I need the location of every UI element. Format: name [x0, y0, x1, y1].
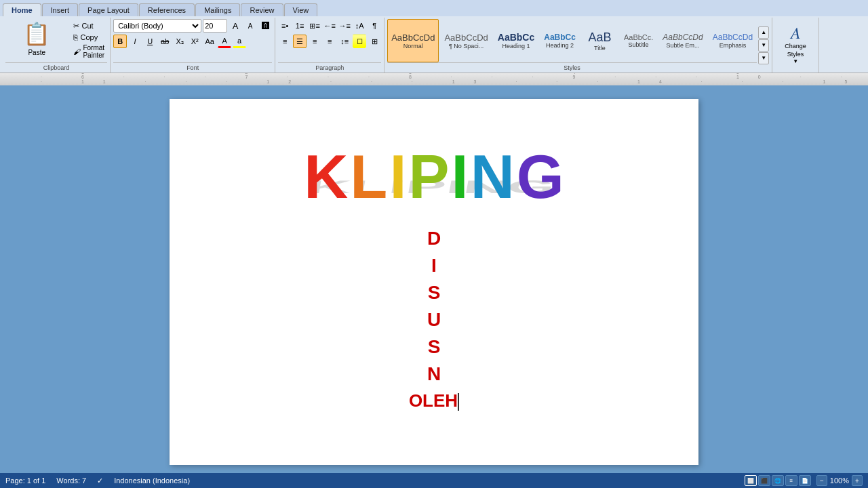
styles-expand[interactable]: ▼ [758, 52, 769, 64]
style-subtle-em[interactable]: AaBbCcDd Subtle Em... [658, 19, 707, 62]
decrease-indent-button[interactable]: ←≡ [323, 19, 336, 33]
draft-view-button[interactable]: 📄 [799, 475, 811, 486]
numbering-button[interactable]: 1≡ [293, 19, 307, 33]
painter-icon: 🖌 [73, 47, 81, 56]
tab-mailings[interactable]: Mailings [195, 3, 240, 16]
paste-icon: 📋 [23, 21, 50, 47]
spelling-icon-area[interactable]: ✓ [97, 476, 103, 485]
increase-indent-button[interactable]: →≡ [338, 19, 351, 33]
strikethrough-button[interactable]: ab [158, 35, 172, 48]
ribbon: 📋 Paste ✂ Cut ⎘ Copy 🖌 Format Painter C [0, 16, 868, 73]
text-cursor [458, 393, 459, 411]
page: KLIPING K L I P I N G D I S U S N OLEH [170, 99, 698, 465]
word-count: Words: 7 [56, 476, 86, 485]
font-family-select[interactable]: Calibri (Body) [113, 19, 201, 33]
paragraph-label: Paragraph [278, 62, 381, 71]
style-heading1[interactable]: AaBbCc Heading 1 [494, 19, 538, 62]
line-spacing-button[interactable]: ↕≡ [338, 35, 351, 48]
increase-font-button[interactable]: A [229, 19, 242, 33]
clipboard-label: Clipboard [5, 62, 107, 71]
zoom-in-button[interactable]: + [852, 475, 863, 486]
font-color-button[interactable]: A [218, 35, 231, 48]
style-nospacing-preview: AaBbCcDd [444, 33, 488, 43]
subscript-button[interactable]: X₂ [173, 35, 186, 48]
kliping-p: P [408, 146, 449, 207]
status-right: ⬜ ⬛ 🌐 ≡ 📄 − 100% + [745, 475, 863, 486]
justify-button[interactable]: ≡ [323, 35, 336, 48]
kliping-g: G [517, 146, 564, 207]
style-normal-preview: AaBbCcDd [391, 33, 435, 43]
show-hide-button[interactable]: ¶ [368, 19, 381, 33]
zoom-level: 100% [830, 476, 849, 485]
status-bar: Page: 1 of 1 Words: 7 ✓ Indonesian (Indo… [0, 473, 868, 488]
decrease-font-button[interactable]: A [243, 19, 257, 33]
web-layout-view-button[interactable]: 🌐 [772, 475, 784, 486]
tab-view[interactable]: View [284, 3, 318, 16]
tab-review[interactable]: Review [241, 3, 283, 16]
style-subtitle-label: Subtitle [629, 41, 649, 48]
underline-button[interactable]: U [143, 35, 157, 48]
tab-page-layout[interactable]: Page Layout [79, 3, 138, 16]
styles-scroll-up[interactable]: ▲ [758, 26, 769, 39]
vert-s2: S [428, 336, 441, 358]
superscript-button[interactable]: X² [188, 35, 201, 48]
outline-view-button[interactable]: ≡ [785, 475, 797, 486]
style-subtitle-preview: AaBbCc. [624, 33, 653, 41]
style-normal[interactable]: AaBbCcDd Normal [387, 19, 439, 62]
style-heading2[interactable]: AaBbCc Heading 2 [540, 19, 580, 62]
page-info: Page: 1 of 1 [5, 476, 45, 485]
italic-button[interactable]: I [128, 35, 142, 48]
kliping-i2: I [452, 146, 469, 207]
multilevel-button[interactable]: ⊞≡ [308, 19, 321, 33]
kliping-heading: KLIPING K L I P I N G [304, 146, 564, 207]
highlight-color-button[interactable]: a [233, 35, 246, 48]
format-painter-button[interactable]: 🖌 Format Painter [71, 43, 107, 60]
align-center-button[interactable]: ☰ [293, 35, 307, 48]
bullets-button[interactable]: ≡• [278, 19, 292, 33]
change-styles-dropdown-icon: ▼ [793, 58, 798, 64]
tab-references[interactable]: References [139, 3, 195, 16]
paste-label: Paste [28, 49, 45, 56]
kliping-main: K L I P I N G [304, 146, 564, 207]
copy-button[interactable]: ⎘ Copy [71, 33, 107, 42]
style-title[interactable]: AaB Title [581, 19, 618, 62]
change-case-button[interactable]: Aa [203, 35, 216, 48]
style-no-spacing[interactable]: AaBbCcDd ¶ No Spaci... [440, 19, 492, 62]
sort-button[interactable]: ↕A [353, 19, 366, 33]
tab-insert[interactable]: Insert [42, 3, 79, 16]
borders-button[interactable]: ⊞ [368, 35, 381, 48]
styles-scroll-down[interactable]: ▼ [758, 39, 769, 52]
style-emphasis-label: Emphasis [719, 42, 747, 49]
print-layout-view-button[interactable]: ⬜ [745, 475, 757, 486]
style-heading2-preview: AaBbCc [544, 33, 576, 42]
vert-d: D [427, 228, 441, 249]
change-styles-label: ChangeStyles [785, 43, 806, 58]
change-styles-button[interactable]: 𝐴 ChangeStyles ▼ [778, 20, 813, 68]
tab-home[interactable]: Home [3, 3, 41, 16]
cut-button[interactable]: ✂ Cut [71, 21, 107, 31]
full-screen-view-button[interactable]: ⬛ [758, 475, 770, 486]
font-label: Font [113, 62, 272, 71]
style-normal-label: Normal [403, 43, 423, 49]
kliping-n: N [471, 146, 515, 207]
zoom-controls: − 100% + [816, 475, 863, 486]
kliping-i1: I [389, 146, 406, 207]
shading-button[interactable]: ◻ [353, 35, 366, 48]
bold-button[interactable]: B [113, 35, 127, 48]
view-buttons: ⬜ ⬛ 🌐 ≡ 📄 [745, 475, 811, 486]
style-emphasis[interactable]: AaBbCcDd Emphasis [709, 19, 757, 62]
vert-n: N [427, 363, 441, 385]
zoom-out-button[interactable]: − [816, 475, 827, 486]
language-info[interactable]: Indonesian (Indonesia) [114, 476, 190, 485]
paste-button[interactable]: 📋 Paste [5, 19, 68, 61]
style-heading1-preview: AaBbCc [498, 32, 534, 43]
vert-i: I [431, 255, 437, 277]
align-right-button[interactable]: ≡ [308, 35, 321, 48]
font-size-input[interactable] [203, 19, 227, 33]
style-subtitle[interactable]: AaBbCc. Subtitle [620, 19, 657, 62]
spelling-icon: ✓ [97, 476, 103, 485]
clipboard-group: 📋 Paste ✂ Cut ⎘ Copy 🖌 Format Painter C [3, 18, 111, 73]
align-left-button[interactable]: ≡ [278, 35, 292, 48]
clear-format-button[interactable]: 🅰 [258, 19, 272, 33]
styles-label: Styles [387, 62, 757, 71]
